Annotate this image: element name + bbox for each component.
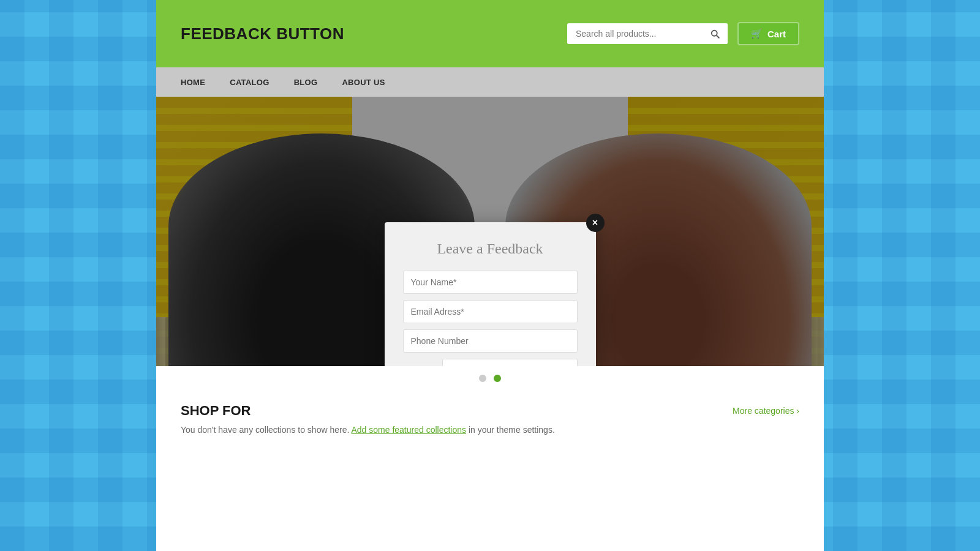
- modal-close-button[interactable]: ×: [586, 214, 605, 232]
- subject-row: Subject Suggestion Complaint Question Ot…: [403, 359, 578, 366]
- slide-dots: [156, 366, 824, 391]
- page-wrapper: FEEDBACK BUTTON 🛒 Cart HOME CATALOG BLOG…: [156, 0, 824, 551]
- nav-item-catalog[interactable]: CATALOG: [230, 69, 269, 96]
- cart-icon: 🛒: [751, 28, 763, 39]
- email-input[interactable]: [403, 300, 578, 323]
- phone-input[interactable]: [403, 329, 578, 353]
- cart-button[interactable]: 🛒 Cart: [737, 22, 799, 45]
- search-button[interactable]: [702, 23, 728, 44]
- shop-empty-prefix: You don't have any collections to show h…: [181, 425, 349, 435]
- subject-label: Subject: [403, 365, 434, 367]
- nav-item-blog[interactable]: BLOG: [294, 69, 318, 96]
- shop-header: SHOP FOR More categories ›: [181, 403, 799, 419]
- featured-collections-link[interactable]: Add some featured collections: [351, 425, 466, 435]
- header-right: 🛒 Cart: [567, 22, 799, 45]
- header: FEEDBACK BUTTON 🛒 Cart: [156, 0, 824, 67]
- nav: HOME CATALOG BLOG ABOUT US: [156, 67, 824, 97]
- subject-select[interactable]: Suggestion Complaint Question Other: [442, 359, 578, 366]
- slide-dot-2[interactable]: [494, 375, 501, 382]
- shop-section: SHOP FOR More categories › You don't hav…: [156, 391, 824, 453]
- cart-label: Cart: [767, 29, 786, 39]
- hero-banner: × Leave a Feedback Subject Suggestion Co…: [156, 97, 824, 366]
- feedback-modal: × Leave a Feedback Subject Suggestion Co…: [385, 222, 596, 366]
- search-form: [567, 23, 728, 44]
- more-categories-link[interactable]: More categories ›: [733, 406, 799, 416]
- modal-overlay: × Leave a Feedback Subject Suggestion Co…: [156, 97, 824, 366]
- modal-title: Leave a Feedback: [403, 241, 578, 257]
- nav-item-home[interactable]: HOME: [181, 69, 205, 96]
- slide-dot-1[interactable]: [479, 375, 486, 382]
- shop-empty-text: You don't have any collections to show h…: [181, 425, 799, 435]
- search-icon: [709, 28, 720, 39]
- site-title: FEEDBACK BUTTON: [181, 24, 344, 43]
- shop-empty-suffix: in your theme settings.: [469, 425, 555, 435]
- nav-item-about-us[interactable]: ABOUT US: [342, 69, 385, 96]
- search-input[interactable]: [567, 24, 702, 43]
- name-input[interactable]: [403, 271, 578, 294]
- shop-title: SHOP FOR: [181, 403, 251, 419]
